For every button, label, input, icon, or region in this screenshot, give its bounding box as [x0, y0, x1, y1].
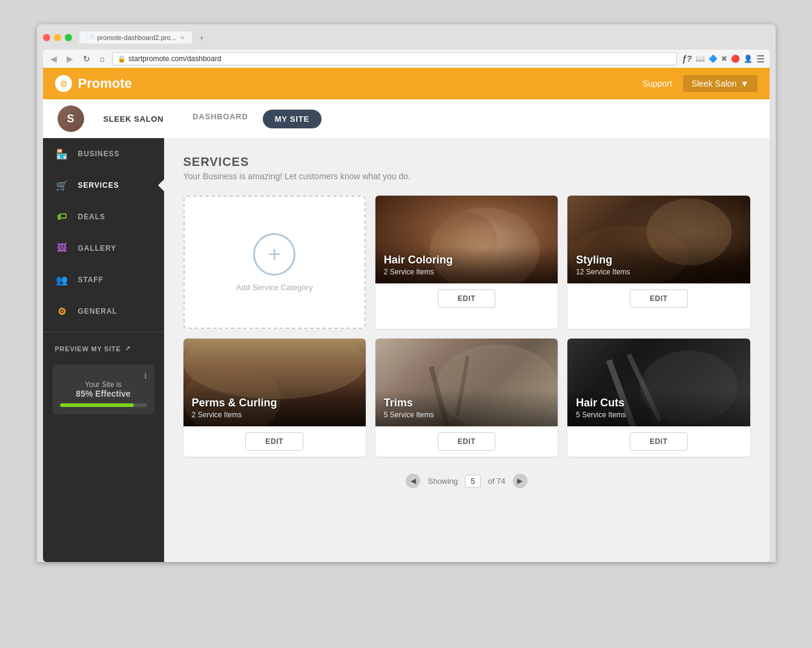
sidebar-label-staff: STAFF: [78, 276, 104, 284]
top-navigation: ⊙ Promote Support Sleek Salon ▼: [43, 68, 770, 99]
browser-ext-2[interactable]: 📖: [696, 55, 705, 63]
haircuts-image: Hair Cuts 5 Service Items: [567, 339, 750, 426]
sidebar-item-general[interactable]: ⚙ GENERAL: [43, 296, 164, 327]
service-card-hair-coloring: Hair Coloring 2 Service Items EDIT: [375, 196, 558, 329]
browser-new-tab[interactable]: +: [194, 30, 209, 45]
sidebar-label-gallery: GALLERY: [78, 244, 117, 253]
styling-count: 12 Service Items: [576, 268, 741, 276]
trims-title: Trims: [384, 397, 549, 409]
site-effectiveness-widget: ℹ Your Site is 85% Effective: [53, 365, 154, 414]
browser-close-btn[interactable]: [43, 34, 50, 41]
browser-minimize-btn[interactable]: [54, 34, 61, 41]
content-area: SERVICES Your Business is amazing! Let c…: [164, 138, 770, 562]
browser-ext-5[interactable]: 🔴: [731, 55, 740, 63]
browser-back-btn[interactable]: ◀: [48, 53, 59, 65]
service-card-perms: Perms & Curling 2 Service Items EDIT: [183, 339, 366, 457]
perms-overlay: Perms & Curling 2 Service Items: [183, 389, 366, 426]
sidebar-item-deals[interactable]: 🏷 DEALS: [43, 201, 164, 233]
page-title: SERVICES: [183, 155, 750, 169]
total-pages: of 74: [488, 477, 506, 486]
page-subtitle: Your Business is amazing! Let customers …: [183, 171, 750, 181]
browser-maximize-btn[interactable]: [65, 34, 72, 41]
browser-tab-close[interactable]: ✕: [180, 35, 185, 41]
service-card-haircuts: Hair Cuts 5 Service Items EDIT: [567, 339, 750, 457]
sidebar-label-business: BUSINESS: [78, 150, 120, 158]
trims-image: Trims 5 Service Items: [375, 339, 558, 426]
dropdown-icon: ▼: [741, 79, 749, 88]
sidebar-item-services[interactable]: 🛒 SERVICES: [43, 170, 164, 201]
hair-coloring-edit-btn[interactable]: EDIT: [438, 289, 496, 308]
add-icon-plus: +: [268, 242, 281, 267]
salon-dropdown[interactable]: Sleek Salon ▼: [683, 75, 758, 92]
pagination-prev-btn[interactable]: ◀: [406, 474, 420, 488]
browser-ext-1[interactable]: ƒ?: [682, 54, 692, 64]
styling-overlay: Styling 12 Service Items: [567, 246, 750, 283]
browser-url-bar[interactable]: 🔒 startpromote.com/dashboard: [112, 52, 677, 65]
sidebar-label-services: SERVICES: [78, 181, 119, 190]
hair-coloring-overlay: Hair Coloring 2 Service Items: [375, 246, 558, 283]
hair-coloring-image: Hair Coloring 2 Service Items: [375, 196, 558, 283]
effectiveness-progress-fill: [60, 403, 134, 407]
current-page: 5: [465, 475, 480, 488]
browser-url: startpromote.com/dashboard: [128, 55, 221, 63]
general-icon: ⚙: [55, 304, 70, 319]
effectiveness-label: Your Site is: [60, 380, 147, 389]
add-service-label: Add Service Category: [236, 283, 312, 292]
haircuts-count: 5 Service Items: [576, 411, 741, 419]
sidebar-item-business[interactable]: 🏪 BUSINESS: [43, 138, 164, 170]
styling-title: Styling: [576, 254, 741, 266]
user-bar: S SLEEK SALON DASHBOARD MY SITE: [43, 99, 770, 138]
sidebar-item-gallery[interactable]: 🖼 GALLERY: [43, 233, 164, 264]
perms-count: 2 Service Items: [192, 411, 357, 419]
service-card-styling: Styling 12 Service Items EDIT: [567, 196, 750, 329]
preview-my-site-link[interactable]: PREVIEW MY SITE ↗: [43, 337, 164, 360]
browser-ext-6[interactable]: 👤: [744, 55, 753, 63]
prev-icon: ◀: [411, 477, 416, 485]
preview-label: PREVIEW MY SITE: [55, 345, 121, 352]
tab-mysite[interactable]: MY SITE: [263, 110, 322, 128]
avatar-image: S: [58, 105, 84, 132]
sidebar-label-deals: DEALS: [78, 213, 105, 221]
browser-refresh-btn[interactable]: ↻: [81, 53, 93, 65]
haircuts-edit-btn[interactable]: EDIT: [630, 432, 688, 451]
add-service-icon: +: [253, 233, 295, 276]
haircuts-title: Hair Cuts: [576, 397, 741, 409]
trims-overlay: Trims 5 Service Items: [375, 389, 558, 426]
business-icon: 🏪: [55, 147, 70, 161]
haircuts-overlay: Hair Cuts 5 Service Items: [567, 389, 750, 426]
hair-coloring-title: Hair Coloring: [384, 254, 549, 266]
preview-icon: ↗: [125, 345, 131, 352]
brand-icon: ⊙: [55, 75, 72, 92]
add-service-card[interactable]: + Add Service Category: [183, 196, 366, 329]
styling-image: Styling 12 Service Items: [567, 196, 750, 283]
browser-home-btn[interactable]: ⌂: [97, 53, 107, 65]
hair-coloring-count: 2 Service Items: [384, 268, 549, 276]
browser-tab-title: promote-dashboard2.pro...: [97, 34, 176, 41]
browser-forward-btn[interactable]: ▶: [64, 53, 76, 65]
sidebar-item-staff[interactable]: 👥 STAFF: [43, 264, 164, 296]
trims-count: 5 Service Items: [384, 411, 549, 419]
salon-name: Sleek Salon: [692, 79, 737, 88]
browser-ext-4[interactable]: ✖: [721, 55, 727, 63]
trims-edit-btn[interactable]: EDIT: [438, 432, 496, 451]
perms-edit-btn[interactable]: EDIT: [245, 432, 303, 451]
services-grid: + Add Service Category: [183, 196, 750, 457]
support-link[interactable]: Support: [634, 75, 681, 92]
tab-dashboard[interactable]: DASHBOARD: [193, 110, 248, 128]
sidebar-label-general: GENERAL: [78, 307, 117, 316]
effectiveness-progress-bg: [60, 403, 147, 407]
service-card-trims: Trims 5 Service Items EDIT: [375, 339, 558, 457]
browser-ext-3[interactable]: 🔷: [708, 55, 718, 63]
gallery-icon: 🖼: [55, 241, 70, 256]
showing-label: Showing: [427, 477, 458, 486]
next-icon: ▶: [517, 477, 523, 485]
perms-title: Perms & Curling: [192, 397, 357, 409]
perms-image: Perms & Curling 2 Service Items: [183, 339, 366, 426]
brand-logo[interactable]: ⊙ Promote: [55, 75, 132, 92]
pagination-next-btn[interactable]: ▶: [513, 474, 527, 488]
styling-edit-btn[interactable]: EDIT: [630, 289, 688, 308]
effectiveness-value: 85% Effective: [60, 389, 147, 398]
browser-tab[interactable]: 📄 promote-dashboard2.pro... ✕: [79, 31, 192, 44]
browser-menu-btn[interactable]: ☰: [756, 53, 765, 65]
effectiveness-info-icon[interactable]: ℹ: [144, 372, 147, 380]
